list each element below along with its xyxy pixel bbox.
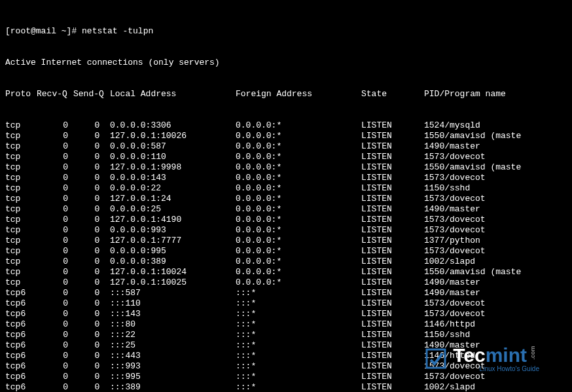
cell-recvq: 0 [37, 298, 73, 309]
cell-foreign: 0.0.0.0:* [236, 277, 361, 288]
cell-recvq: 0 [37, 131, 73, 141]
cell-recvq: 0 [37, 173, 73, 183]
cell-sendq: 0 [73, 257, 110, 267]
cell-recvq: 0 [37, 141, 73, 152]
table-row: tcp600 :::995:::*LISTEN1573/dovecot [5, 372, 567, 382]
cell-recvq: 0 [37, 330, 73, 340]
cell-local: 0.0.0.0:110 [110, 152, 236, 162]
cell-local: 0.0.0.0:143 [110, 173, 236, 183]
table-row: tcp600 :::22:::*LISTEN1150/sshd [5, 330, 567, 340]
cell-sendq: 0 [73, 183, 110, 194]
cell-state: LISTEN [361, 288, 424, 298]
cell-state: LISTEN [361, 330, 424, 340]
cell-recvq: 0 [37, 120, 73, 131]
logo-text: Tecmint.com Linux Howto's Guide [453, 344, 539, 372]
cell-state: LISTEN [361, 173, 424, 183]
cell-sendq: 0 [73, 194, 110, 204]
cell-state: LISTEN [361, 225, 424, 236]
table-row: tcp00 0.0.0.0:1430.0.0.0:*LISTEN1573/dov… [5, 173, 567, 183]
column-headers: ProtoRecv-QSend-QLocal AddressForeign Ad… [5, 89, 567, 99]
cell-sendq: 0 [73, 162, 110, 173]
cell-local: 127.0.0.1:9998 [110, 162, 236, 173]
table-row: tcp00 127.0.0.1:240.0.0.0:*LISTEN1573/do… [5, 194, 567, 204]
cell-pid: 1490/master [424, 277, 567, 288]
cell-sendq: 0 [73, 382, 110, 392]
cell-local: 127.0.0.1:10026 [110, 131, 236, 141]
cell-foreign: 0.0.0.0:* [236, 131, 361, 141]
cell-pid: 1524/mysqld [424, 120, 567, 131]
cell-proto: tcp6 [5, 361, 37, 372]
cell-sendq: 0 [73, 246, 110, 257]
cell-foreign: 0.0.0.0:* [236, 152, 361, 162]
cell-state: LISTEN [361, 298, 424, 309]
cell-foreign: 0.0.0.0:* [236, 257, 361, 267]
cell-pid: 1002/slapd [424, 382, 567, 392]
cell-sendq: 0 [73, 309, 110, 319]
col-state: State [361, 89, 424, 99]
cell-sendq: 0 [73, 267, 110, 277]
table-row: tcp00 127.0.0.1:77770.0.0.0:*LISTEN1377/… [5, 236, 567, 246]
cell-pid: 1573/dovecot [424, 215, 567, 225]
cell-sendq: 0 [73, 152, 110, 162]
cell-recvq: 0 [37, 204, 73, 215]
cell-recvq: 0 [37, 277, 73, 288]
cell-local: 0.0.0.0:3306 [110, 120, 236, 131]
cell-recvq: 0 [37, 236, 73, 246]
cell-pid: 1490/master [424, 288, 567, 298]
cell-pid: 1550/amavisd (maste [424, 267, 567, 277]
cell-recvq: 0 [37, 319, 73, 330]
cell-foreign: 0.0.0.0:* [236, 267, 361, 277]
tecmint-logo-icon [424, 347, 448, 370]
cell-state: LISTEN [361, 351, 424, 361]
cell-local: 127.0.0.1:24 [110, 194, 236, 204]
cell-local: 0.0.0.0:22 [110, 183, 236, 194]
cell-local: :::993 [110, 361, 236, 372]
cell-pid: 1002/slapd [424, 257, 567, 267]
col-local: Local Address [110, 89, 236, 99]
cell-pid: 1550/amavisd (maste [424, 162, 567, 173]
cell-proto: tcp [5, 183, 37, 194]
cell-local: :::443 [110, 351, 236, 361]
cell-recvq: 0 [37, 162, 73, 173]
cell-recvq: 0 [37, 246, 73, 257]
cell-proto: tcp [5, 131, 37, 141]
cell-proto: tcp6 [5, 351, 37, 361]
cell-recvq: 0 [37, 288, 73, 298]
cell-proto: tcp [5, 173, 37, 183]
cell-state: LISTEN [361, 257, 424, 267]
cell-proto: tcp [5, 236, 37, 246]
command-text: netstat -tulpn [82, 26, 153, 37]
cell-state: LISTEN [361, 141, 424, 152]
cell-pid: 1150/sshd [424, 330, 567, 340]
cell-local: :::389 [110, 382, 236, 392]
cell-proto: tcp6 [5, 298, 37, 309]
cell-recvq: 0 [37, 351, 73, 361]
cell-pid: 1573/dovecot [424, 372, 567, 382]
cell-sendq: 0 [73, 236, 110, 246]
cell-foreign: 0.0.0.0:* [236, 246, 361, 257]
cell-sendq: 0 [73, 372, 110, 382]
cell-sendq: 0 [73, 351, 110, 361]
cell-sendq: 0 [73, 225, 110, 236]
cell-pid: 1146/httpd [424, 319, 567, 330]
cell-sendq: 0 [73, 288, 110, 298]
cell-sendq: 0 [73, 204, 110, 215]
cell-state: LISTEN [361, 309, 424, 319]
terminal-output[interactable]: [root@mail ~]# netstat -tulpn Active Int… [5, 5, 567, 392]
cell-foreign: 0.0.0.0:* [236, 194, 361, 204]
table-row: tcp600 :::143:::*LISTEN1573/dovecot [5, 309, 567, 319]
col-sendq: Send-Q [73, 89, 110, 99]
cell-state: LISTEN [361, 152, 424, 162]
cell-local: 127.0.0.1:10025 [110, 277, 236, 288]
cell-local: :::143 [110, 309, 236, 319]
cell-sendq: 0 [73, 173, 110, 183]
cell-proto: tcp [5, 204, 37, 215]
logo-prefix: Tec [453, 344, 485, 366]
table-row: tcp600 :::110:::*LISTEN1573/dovecot [5, 298, 567, 309]
cell-pid: 1573/dovecot [424, 152, 567, 162]
table-row: tcp00 0.0.0.0:250.0.0.0:*LISTEN1490/mast… [5, 204, 567, 215]
cell-proto: tcp6 [5, 382, 37, 392]
table-row: tcp00 0.0.0.0:1100.0.0.0:*LISTEN1573/dov… [5, 152, 567, 162]
cell-pid: 1573/dovecot [424, 173, 567, 183]
cell-proto: tcp6 [5, 309, 37, 319]
